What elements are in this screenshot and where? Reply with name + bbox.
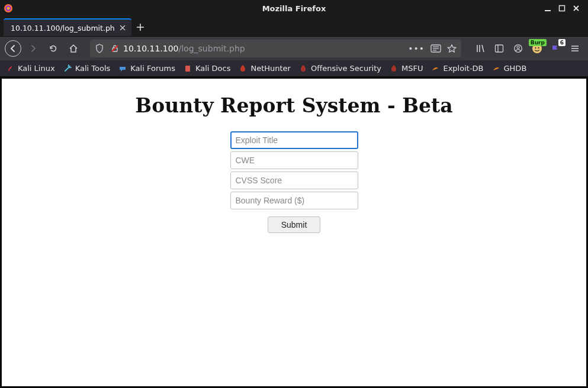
url-path: /log_submit.php xyxy=(179,44,245,53)
bookmark-offsec[interactable]: Offensive Security xyxy=(299,64,381,73)
svg-rect-20 xyxy=(496,45,503,52)
minimize-button[interactable] xyxy=(544,5,555,12)
back-button[interactable] xyxy=(5,40,21,57)
library-icon[interactable] xyxy=(472,40,489,57)
page: Bounty Report System - Beta Submit xyxy=(2,79,586,386)
puzzle-badge: 6 xyxy=(558,39,565,46)
firefox-window: Mozilla Firefox 10.10.11.100/log_submit.… xyxy=(0,0,588,388)
bookmark-kali-linux[interactable]: Kali Linux xyxy=(6,64,55,73)
lock-insecure-icon[interactable] xyxy=(110,44,120,53)
tabstrip: 10.10.11.100/log_submit.ph xyxy=(0,17,588,37)
firefox-icon xyxy=(4,4,13,13)
window-title: Mozilla Firefox xyxy=(0,4,588,13)
bookmark-kali-tools[interactable]: Kali Tools xyxy=(63,64,111,73)
svg-point-2 xyxy=(7,7,10,10)
svg-point-25 xyxy=(535,47,536,48)
reader-icon[interactable] xyxy=(430,44,441,53)
browser-tab[interactable]: 10.10.11.100/log_submit.ph xyxy=(4,18,131,36)
sidebar-icon[interactable] xyxy=(491,40,507,57)
burp-badge: Burp xyxy=(529,39,547,46)
tab-close-icon[interactable] xyxy=(120,25,126,31)
navbar: 10.10.11.100/log_submit.php ••• xyxy=(0,37,588,60)
maximize-button[interactable] xyxy=(558,5,569,12)
url-text: 10.10.11.100/log_submit.php xyxy=(123,44,408,53)
reload-button[interactable] xyxy=(45,40,62,57)
cvss-input[interactable] xyxy=(230,172,358,189)
home-button[interactable] xyxy=(65,40,82,57)
titlebar: Mozilla Firefox xyxy=(0,0,588,17)
forward-button[interactable] xyxy=(25,40,41,57)
extension-burp[interactable]: Burp xyxy=(529,40,545,57)
window-controls xyxy=(544,5,588,12)
url-host: 10.10.11.100 xyxy=(123,44,179,53)
account-icon[interactable] xyxy=(510,40,526,57)
bounty-form: Submit xyxy=(230,131,358,233)
bookmark-kali-forums[interactable]: Kali Forums xyxy=(118,64,175,73)
extension-puzzle[interactable]: 6 xyxy=(548,40,564,57)
bookmark-exploitdb[interactable]: Exploit-DB xyxy=(431,64,483,73)
svg-line-19 xyxy=(482,45,484,52)
svg-rect-4 xyxy=(560,6,565,11)
svg-point-26 xyxy=(538,47,539,48)
viewport: Bounty Report System - Beta Submit xyxy=(0,77,588,388)
cwe-input[interactable] xyxy=(230,151,358,169)
shield-icon[interactable] xyxy=(95,44,104,53)
toolbar-right: Burp 6 xyxy=(470,40,583,57)
bookmark-nethunter[interactable]: NetHunter xyxy=(239,64,291,73)
exploit-title-input[interactable] xyxy=(230,131,358,149)
bookmark-kali-docs[interactable]: Kali Docs xyxy=(184,64,231,73)
tab-title: 10.10.11.100/log_submit.ph xyxy=(11,24,115,33)
svg-rect-3 xyxy=(545,10,551,11)
svg-rect-30 xyxy=(185,66,190,72)
submit-button[interactable]: Submit xyxy=(268,216,321,233)
more-icon[interactable]: ••• xyxy=(408,44,425,53)
close-button[interactable] xyxy=(573,5,583,12)
url-bar[interactable]: 10.10.11.100/log_submit.php ••• xyxy=(90,40,461,57)
bookmarks-bar: Kali Linux Kali Tools Kali Forums Kali D… xyxy=(0,60,588,77)
page-title: Bounty Report System - Beta xyxy=(135,94,452,117)
hamburger-icon[interactable] xyxy=(567,40,583,57)
bookmark-msfu[interactable]: MSFU xyxy=(390,64,423,73)
reward-input[interactable] xyxy=(230,192,358,209)
new-tab-button[interactable] xyxy=(131,18,149,36)
bookmark-ghdb[interactable]: GHDB xyxy=(492,64,527,73)
bookmark-star-icon[interactable] xyxy=(447,44,457,53)
svg-point-23 xyxy=(517,46,519,48)
